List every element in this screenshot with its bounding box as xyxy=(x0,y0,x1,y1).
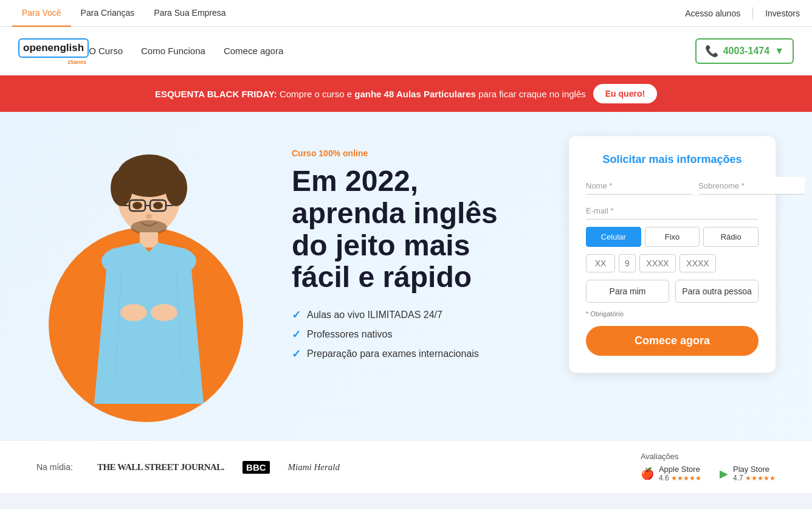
apple-store-rating: 🍎 Apple Store 4.6 ★★★★★ xyxy=(641,465,701,482)
banner-text: ESQUENTA BLACK FRIDAY: Compre o curso e … xyxy=(155,89,586,99)
para-outra-pessoa-button[interactable]: Para outra pessoa xyxy=(675,280,759,303)
apple-stars: ★★★★★ xyxy=(671,474,701,482)
ddd-input[interactable] xyxy=(586,254,615,272)
play-store-score: 4.7 ★★★★★ xyxy=(733,474,776,482)
email-input[interactable] xyxy=(586,202,759,220)
para-mim-button[interactable]: Para mim xyxy=(586,280,669,303)
apple-icon: 🍎 xyxy=(641,467,654,480)
svg-point-3 xyxy=(165,170,187,206)
media-label: Na mídia: xyxy=(36,462,73,472)
feature-text-2: Professores nativos xyxy=(307,329,393,340)
ratings-row: 🍎 Apple Store 4.6 ★★★★★ ▶ Play Store 4.7… xyxy=(641,465,776,482)
banner-highlight: ganhe 48 Aulas Particulares xyxy=(354,89,476,99)
required-note: * Obrigatório xyxy=(586,310,759,317)
hero-title: Em 2022, aprenda inglês do jeito mais fá… xyxy=(292,165,535,294)
promo-banner: ESQUENTA BLACK FRIDAY: Compre o curso e … xyxy=(0,75,812,112)
hero-image-area xyxy=(36,136,267,428)
apple-store-label: Apple Store xyxy=(659,465,701,474)
logo-english-text: english xyxy=(48,42,84,54)
form-title: Solicitar mais informações xyxy=(586,153,759,166)
phone-part1-input[interactable] xyxy=(639,254,676,272)
nome-input[interactable] xyxy=(586,177,692,195)
logo[interactable]: openenglish 15anos xyxy=(18,38,89,64)
feature-text-1: Aulas ao vivo ILIMITADAS 24/7 xyxy=(307,310,442,320)
radio-button[interactable]: Rádio xyxy=(703,227,759,247)
svg-point-2 xyxy=(111,170,132,206)
miami-herald-logo: Miami Herald xyxy=(288,462,340,473)
svg-point-11 xyxy=(146,214,152,219)
hero-section: Curso 100% online Em 2022, aprenda inglê… xyxy=(0,112,812,440)
check-icon-1: ✓ xyxy=(292,308,301,322)
email-row xyxy=(586,202,759,220)
fixo-button[interactable]: Fixo xyxy=(645,227,700,247)
svg-point-9 xyxy=(132,202,142,209)
phone-type-row: Celular Fixo Rádio xyxy=(586,227,759,247)
play-stars: ★★★★★ xyxy=(745,474,776,482)
lead-form-card: Solicitar mais informações Celular Fixo … xyxy=(569,136,776,373)
investors-link[interactable]: Investors xyxy=(765,9,800,18)
play-rating-info: Play Store 4.7 ★★★★★ xyxy=(733,465,776,482)
nav-curso[interactable]: O Curso xyxy=(89,46,123,56)
hero-features-list: ✓ Aulas ao vivo ILIMITADAS 24/7 ✓ Profes… xyxy=(292,308,535,361)
sobrenome-input[interactable] xyxy=(698,177,805,195)
logo-anos-badge: 15anos xyxy=(67,59,86,65)
comece-agora-button[interactable]: Comece agora xyxy=(586,326,759,356)
digit9-input[interactable] xyxy=(619,254,636,272)
feature-item-3: ✓ Preparação para exames internacionais xyxy=(292,347,535,361)
logo-box: openenglish 15anos xyxy=(18,38,89,58)
hero-content: Curso 100% online Em 2022, aprenda inglê… xyxy=(267,136,559,385)
apple-store-score: 4.6 ★★★★★ xyxy=(659,474,701,482)
ratings-area: Avaliações 🍎 Apple Store 4.6 ★★★★★ ▶ Pla… xyxy=(641,452,776,482)
nav-como-funciona[interactable]: Como Funciona xyxy=(141,46,205,56)
media-logos-area: THE WALL STREET JOURNAL. BBC Miami Heral… xyxy=(97,461,340,474)
dropdown-arrow-icon: ▼ xyxy=(774,46,784,57)
for-whom-row: Para mim Para outra pessoa xyxy=(586,280,759,303)
check-icon-3: ✓ xyxy=(292,347,301,361)
nav-para-empresa[interactable]: Para Sua Empresa xyxy=(144,0,235,27)
svg-rect-13 xyxy=(140,232,158,248)
feature-item-2: ✓ Professores nativos xyxy=(292,328,535,341)
name-row xyxy=(586,177,759,195)
banner-title: ESQUENTA BLACK FRIDAY: xyxy=(155,89,277,99)
wsj-logo: THE WALL STREET JOURNAL. xyxy=(97,462,224,473)
bottom-bar: Na mídia: THE WALL STREET JOURNAL. BBC M… xyxy=(0,440,812,493)
nav-para-voce[interactable]: Para Você xyxy=(12,0,71,27)
main-navigation: O Curso Como Funciona Comece agora xyxy=(89,46,695,56)
main-header: openenglish 15anos O Curso Como Funciona… xyxy=(0,27,812,75)
logo-open-text: open xyxy=(23,42,48,54)
celular-button[interactable]: Celular xyxy=(586,227,641,247)
feature-item-1: ✓ Aulas ao vivo ILIMITADAS 24/7 xyxy=(292,308,535,322)
play-store-rating: ▶ Play Store 4.7 ★★★★★ xyxy=(720,465,776,482)
check-icon-2: ✓ xyxy=(292,328,301,341)
banner-cta-button[interactable]: Eu quero! xyxy=(593,84,657,103)
svg-point-10 xyxy=(153,202,163,209)
phone-number: 4003-1474 xyxy=(723,46,770,57)
top-nav-right: Acesso alunos Investors xyxy=(685,7,800,19)
hero-person-image xyxy=(36,130,261,428)
play-store-label: Play Store xyxy=(733,465,776,474)
play-store-icon: ▶ xyxy=(720,467,728,480)
online-badge: Curso 100% online xyxy=(292,148,535,158)
phone-button[interactable]: 📞 4003-1474 ▼ xyxy=(695,38,794,64)
nav-divider xyxy=(752,7,753,19)
person-svg xyxy=(58,148,240,428)
nav-para-criancas[interactable]: Para Crianças xyxy=(71,0,145,27)
bbc-logo: BBC xyxy=(243,461,270,474)
svg-point-15 xyxy=(120,304,147,321)
ratings-label: Avaliações xyxy=(641,452,776,461)
acesso-alunos-link[interactable]: Acesso alunos xyxy=(685,9,740,18)
apple-rating-info: Apple Store 4.6 ★★★★★ xyxy=(659,465,701,482)
phone-icon: 📞 xyxy=(705,44,718,58)
phone-part2-input[interactable] xyxy=(680,254,716,272)
nav-comece-agora[interactable]: Comece agora xyxy=(224,46,283,56)
svg-point-16 xyxy=(151,304,177,321)
phone-fields-row xyxy=(586,254,759,272)
top-navigation: Para Você Para Crianças Para Sua Empresa… xyxy=(0,0,812,27)
feature-text-3: Preparação para exames internacionais xyxy=(307,348,479,359)
